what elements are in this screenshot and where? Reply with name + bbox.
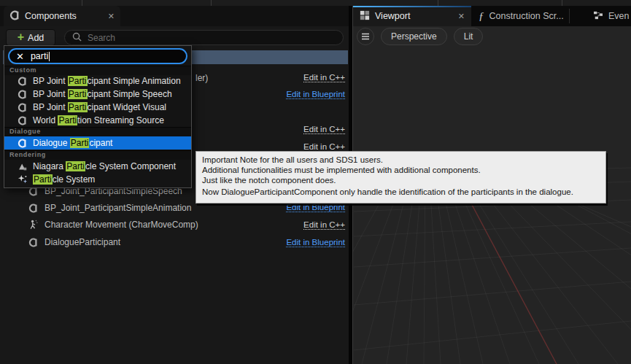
perspective-button[interactable]: Perspective (381, 28, 447, 45)
niagara-icon (17, 162, 28, 171)
function-icon: ƒ (479, 10, 484, 23)
dropdown-item[interactable]: BP Joint Participant Simple Animation (4, 74, 191, 88)
components-search-input[interactable]: Search (64, 30, 344, 45)
lit-button[interactable]: Lit (454, 28, 484, 45)
c-class-icon (28, 238, 39, 247)
tab-components-label: Components (25, 11, 103, 21)
tree-row[interactable]: BP_Joint_ParticipantSimpleAnimation (28, 200, 191, 216)
close-icon[interactable]: ✕ (108, 12, 115, 21)
tree-row-label: DialogueParticipant (44, 237, 120, 247)
category-dialogue: Dialogue (4, 127, 191, 136)
hamburger-icon (361, 33, 370, 40)
tab-components[interactable]: Components ✕ (4, 6, 120, 26)
match-highlight: Parti (58, 115, 77, 125)
c-class-icon (17, 139, 28, 148)
text-caret (49, 52, 50, 61)
c-class-icon (17, 90, 28, 99)
tree-row[interactable]: Character Movement (CharMoveComp) (28, 217, 198, 233)
edit-in-cpp-link[interactable]: Edit in C++ (303, 220, 345, 230)
viewport-icon (360, 10, 370, 23)
match-highlight: Parti (68, 76, 88, 86)
tooltip-line: Important Note for the all users and SDS… (202, 155, 600, 166)
dropdown-item[interactable]: World Partition Streaming Source (4, 114, 191, 127)
dropdown-item[interactable]: Particle System (4, 173, 191, 186)
tooltip-line: Additional functionalities must be imple… (202, 166, 600, 176)
dropdown-item[interactable]: BP Joint Participant Simple Speech (4, 88, 191, 101)
perspective-label: Perspective (391, 31, 437, 42)
edit-in-blueprint-link[interactable]: Edit in Blueprint (286, 238, 345, 247)
close-icon[interactable]: ✕ (458, 12, 465, 21)
tooltip-line: Just like the notch component does. (202, 176, 600, 186)
plus-icon: + (18, 31, 24, 43)
component-icon (9, 10, 20, 23)
add-component-button[interactable]: + Add (6, 29, 55, 46)
tab-event-label: Even (608, 11, 630, 21)
add-component-dropdown: ✕ parti Custom BP Joint Participant Simp… (4, 45, 192, 188)
c-class-icon (28, 204, 39, 213)
tooltip-line: Now DialogueParticipantComponent only ha… (202, 187, 600, 198)
component-tooltip: Important Note for the all users and SDS… (196, 151, 606, 204)
match-highlight: Parti (68, 102, 88, 112)
tab-event-graph[interactable]: Even (587, 6, 631, 26)
tab-viewport-label: Viewport (375, 11, 453, 21)
edit-in-cpp-link[interactable]: Edit in C++ (303, 125, 345, 134)
tab-construction-script[interactable]: ƒ Construction Scr... (472, 6, 568, 26)
c-class-icon (17, 77, 28, 86)
c-class-icon (17, 116, 28, 125)
character-movement-icon (28, 220, 39, 230)
viewport-tab-strip: Viewport ✕ ƒ Construction Scr... Even (353, 6, 631, 26)
dropdown-item[interactable]: Niagara Particle System Component (4, 160, 191, 173)
tab-viewport[interactable]: Viewport ✕ (353, 6, 471, 26)
lit-label: Lit (464, 31, 473, 42)
c-class-icon (17, 103, 28, 112)
match-highlight: Parti (66, 161, 85, 171)
tree-row-label: BP_Joint_ParticipantSimpleAnimation (44, 203, 191, 213)
components-tab-strip: Components ✕ (0, 6, 349, 26)
window-top-strip (0, 0, 631, 6)
component-row-fragment: ler) (196, 73, 208, 83)
tree-row-label: Character Movement (CharMoveComp) (44, 220, 198, 230)
dropdown-search-input[interactable]: ✕ parti (8, 48, 187, 64)
add-button-label: Add (28, 33, 44, 43)
match-highlight: Parti (68, 89, 88, 99)
edit-in-blueprint-link[interactable]: Edit in Blueprint (286, 90, 345, 99)
edit-in-cpp-link[interactable]: Edit in C++ (303, 73, 345, 82)
dropdown-query-text: parti (31, 51, 48, 61)
dropdown-item[interactable]: BP Joint Participant Widget Visual (4, 101, 191, 114)
viewport-menu-button[interactable] (357, 28, 374, 45)
event-graph-icon (593, 11, 603, 22)
unreal-editor-window: Components ✕ + Add Search ler) Edit in C… (0, 0, 631, 364)
search-icon (72, 32, 82, 44)
tab-construction-label: Construction Scr... (489, 11, 564, 21)
particle-system-icon (17, 174, 28, 185)
clear-search-icon[interactable]: ✕ (16, 51, 24, 62)
viewport-toolbar: Perspective Lit (353, 26, 631, 47)
category-rendering: Rendering (4, 150, 191, 160)
edit-in-blueprint-link[interactable]: Edit in Blueprint (286, 203, 345, 212)
match-highlight: Parti (33, 174, 53, 185)
dropdown-item-selected[interactable]: Dialogue Participant (4, 136, 191, 150)
tree-row[interactable]: DialogueParticipant (28, 234, 120, 250)
tab-divider (569, 9, 570, 23)
match-highlight: Parti (70, 138, 90, 148)
search-placeholder: Search (88, 33, 115, 43)
